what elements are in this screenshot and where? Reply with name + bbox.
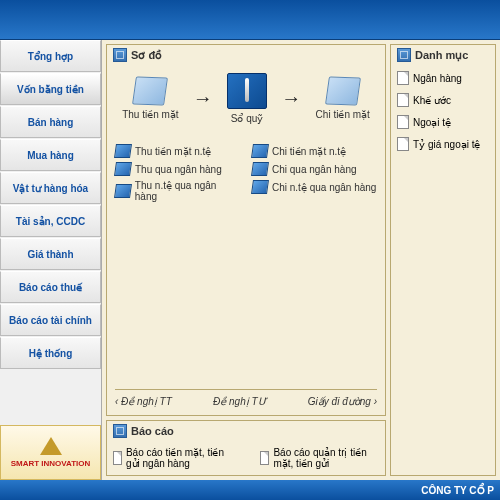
catalog-khe-uoc[interactable]: Khế ước [397, 93, 489, 107]
brand-text: SMART INNOVATION [11, 459, 91, 468]
action-thu-nte[interactable]: Thu tiền mặt n.tệ [115, 144, 240, 158]
folder-icon [251, 162, 269, 176]
brand-triangle-icon [38, 437, 64, 457]
nav-mua-hang[interactable]: Mua hàng [0, 139, 101, 171]
brand-logo: SMART INNOVATION [0, 425, 101, 480]
document-icon [397, 93, 409, 107]
catalog-title: Danh mục [415, 49, 468, 62]
action-chi-ngan-hang[interactable]: Chi qua ngân hàng [252, 162, 377, 176]
folder-icon [114, 184, 132, 198]
arrow-right-icon: → [193, 87, 213, 110]
sidebar: Tổng hợp Vốn bằng tiền Bán hàng Mua hàng… [0, 40, 102, 480]
link-de-nghi-tt[interactable]: ‹ Đề nghị TT [115, 396, 172, 407]
schema-header: Sơ đồ [107, 45, 385, 65]
catalog-icon [397, 48, 411, 62]
binder-icon [227, 73, 267, 109]
nav-bao-cao-thue[interactable]: Báo cáo thuế [0, 271, 101, 303]
folder-icon [251, 180, 269, 194]
schema-title: Sơ đồ [131, 49, 162, 62]
report-header: Báo cáo [107, 421, 385, 441]
nav-ban-hang[interactable]: Bán hàng [0, 106, 101, 138]
report-icon [113, 424, 127, 438]
nav-he-thong[interactable]: Hệ thống [0, 337, 101, 369]
flow-so-quy[interactable]: Sổ quỹ [227, 73, 267, 124]
action-chi-nte[interactable]: Chi tiền mặt n.tệ [252, 144, 377, 158]
nav-tai-san[interactable]: Tài sản, CCDC [0, 205, 101, 237]
folder-icon [114, 162, 132, 176]
report-item-tien-mat[interactable]: Báo cáo tiền mặt, tiền gửi ngân hàng [113, 447, 240, 469]
report-item-quan-tri[interactable]: Báo cáo quản trị tiền mặt, tiền gửi [260, 447, 379, 469]
nav-von-bang-tien[interactable]: Vốn bằng tiền [0, 73, 101, 105]
arrow-right-icon: → [281, 87, 301, 110]
nav-bao-cao-tai-chinh[interactable]: Báo cáo tài chính [0, 304, 101, 336]
nav-tong-hop[interactable]: Tổng hợp [0, 40, 101, 72]
flow-thu-tien-mat[interactable]: Thu tiền mặt [122, 77, 178, 120]
main-area: Sơ đồ Thu tiền mặt → Sổ quỹ → [102, 40, 500, 480]
folder-icon [327, 77, 359, 105]
document-icon [397, 137, 409, 151]
schema-panel: Sơ đồ Thu tiền mặt → Sổ quỹ → [106, 44, 386, 416]
document-icon [397, 115, 409, 129]
report-title: Báo cáo [131, 425, 174, 437]
catalog-ty-gia[interactable]: Tỷ giá ngoại tệ [397, 137, 489, 151]
company-name: CÔNG TY CỔ P [421, 485, 494, 496]
action-chi-nte-ngan-hang[interactable]: Chi n.tệ qua ngân hàng [252, 180, 377, 194]
link-de-nghi-tu[interactable]: Đề nghị TƯ [213, 396, 267, 407]
action-thu-nte-ngan-hang[interactable]: Thu n.tệ qua ngân hàng [115, 180, 240, 202]
flow-chi-tien-mat[interactable]: Chi tiền mặt [316, 77, 370, 120]
document-icon [397, 71, 409, 85]
document-icon [113, 451, 122, 465]
status-bar: CÔNG TY CỔ P [0, 480, 500, 500]
nav-vat-tu[interactable]: Vật tư hàng hóa [0, 172, 101, 204]
title-bar [0, 0, 500, 40]
catalog-header: Danh mục [391, 45, 495, 65]
action-thu-ngan-hang[interactable]: Thu qua ngân hàng [115, 162, 240, 176]
catalog-panel: Danh mục Ngân hàng Khế ước Ngoại tệ Tỷ g… [390, 44, 496, 476]
folder-icon [114, 144, 132, 158]
link-giay-di-duong[interactable]: Giấy đi đường › [308, 396, 377, 407]
schema-icon [113, 48, 127, 62]
document-icon [260, 451, 269, 465]
folder-icon [251, 144, 269, 158]
folder-icon [134, 77, 166, 105]
report-panel: Báo cáo Báo cáo tiền mặt, tiền gửi ngân … [106, 420, 386, 476]
catalog-ngan-hang[interactable]: Ngân hàng [397, 71, 489, 85]
catalog-ngoai-te[interactable]: Ngoại tệ [397, 115, 489, 129]
nav-gia-thanh[interactable]: Giá thành [0, 238, 101, 270]
